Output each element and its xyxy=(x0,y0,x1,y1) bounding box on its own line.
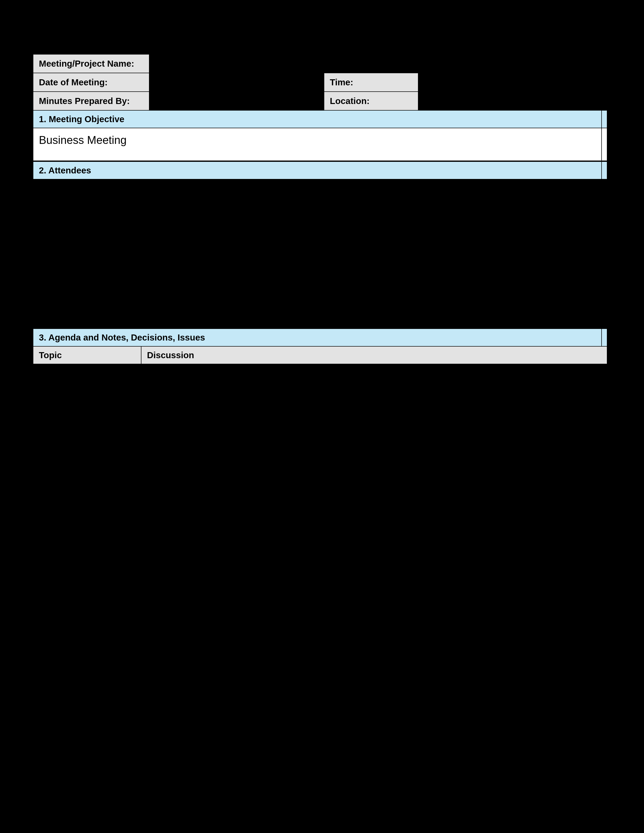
section-edge xyxy=(602,161,607,180)
objective-content-row: Business Meeting xyxy=(33,128,607,161)
column-header-discussion: Discussion xyxy=(142,347,607,364)
section-title-attendees: 2. Attendees xyxy=(33,161,602,180)
label-meeting-project-name: Meeting/Project Name: xyxy=(33,54,150,73)
row-meeting-name: Meeting/Project Name: xyxy=(33,54,611,73)
label-minutes-prepared-by: Minutes Prepared By: xyxy=(33,92,150,111)
row-minutes-location: Minutes Prepared By: Location: xyxy=(33,92,611,111)
agenda-columns-row: Topic Discussion xyxy=(33,347,607,364)
section-title-objective: 1. Meeting Objective xyxy=(33,110,602,128)
section-header-objective: 1. Meeting Objective xyxy=(33,110,607,128)
spacer xyxy=(150,73,324,92)
label-location: Location: xyxy=(324,92,419,111)
objective-content: Business Meeting xyxy=(33,128,602,161)
section-title-agenda: 3. Agenda and Notes, Decisions, Issues xyxy=(33,328,602,347)
meeting-minutes-form: Meeting/Project Name: Date of Meeting: T… xyxy=(33,54,611,364)
row-date-time: Date of Meeting: Time: xyxy=(33,73,611,92)
section-edge xyxy=(602,328,607,347)
label-time: Time: xyxy=(324,73,419,92)
column-header-topic: Topic xyxy=(33,347,142,364)
content-edge xyxy=(602,128,607,161)
spacer xyxy=(150,92,324,111)
label-date-of-meeting: Date of Meeting: xyxy=(33,73,150,92)
section-header-attendees: 2. Attendees xyxy=(33,161,607,180)
section-edge xyxy=(602,110,607,128)
section-header-agenda: 3. Agenda and Notes, Decisions, Issues xyxy=(33,328,607,347)
